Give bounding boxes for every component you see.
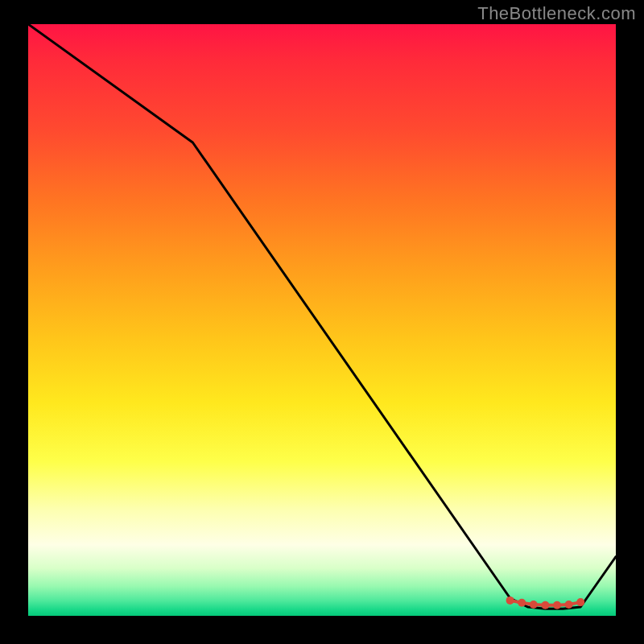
marker-dot bbox=[530, 601, 538, 609]
watermark-text: TheBottleneck.com bbox=[477, 3, 636, 24]
chart-frame: TheBottleneck.com bbox=[0, 0, 644, 644]
marker-dot bbox=[553, 601, 561, 609]
marker-dot bbox=[541, 601, 549, 609]
marker-dot bbox=[518, 599, 526, 607]
marker-dot bbox=[506, 597, 514, 605]
chart-svg bbox=[28, 24, 616, 616]
marker-dot bbox=[565, 601, 573, 609]
plot-area bbox=[28, 24, 616, 616]
marker-dot bbox=[576, 598, 584, 606]
curve-line bbox=[28, 24, 616, 609]
